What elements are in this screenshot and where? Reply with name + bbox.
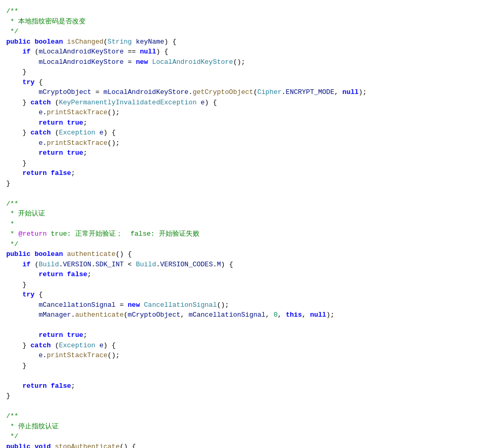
line-23: * @return true: 正常开始验证； false: 开始验证失败 [4, 229, 484, 239]
line-18: } [4, 179, 484, 189]
line-11: e.printStackTrace(); [4, 107, 484, 118]
line-9: mCryptoObject = mLocalAndroidKeyStore.ge… [4, 87, 484, 98]
line-31: mManager.authenticate(mCryptoObject, mCa… [4, 310, 484, 320]
line-22: * [4, 219, 484, 229]
line-16: } [4, 158, 484, 169]
line-27: return false; [4, 269, 484, 280]
line-25: public boolean authenticate() { [4, 249, 484, 260]
line-6: mLocalAndroidKeyStore = new LocalAndroid… [4, 57, 484, 67]
line-20: /** [4, 199, 484, 209]
line-35: e.printStackTrace(); [4, 350, 484, 361]
line-7: } [4, 67, 484, 77]
line-4: public boolean isChanged(String keyName)… [4, 37, 484, 47]
line-14: e.printStackTrace(); [4, 138, 484, 148]
line-24: */ [4, 239, 484, 250]
line-15: return true; [4, 148, 484, 158]
line-8: try { [4, 77, 484, 88]
line-21: * 开始认证 [4, 209, 484, 219]
line-5: if (mLocalAndroidKeyStore == null) { [4, 47, 484, 57]
line-32 [4, 320, 484, 331]
line-34: } catch (Exception e) { [4, 341, 484, 351]
line-1: /** [4, 6, 484, 17]
line-26: if (Build.VERSION.SDK_INT < Build.VERSIO… [4, 260, 484, 270]
line-13: } catch (Exception e) { [4, 128, 484, 138]
line-2: * 本地指纹密码是否改变 [4, 17, 484, 27]
line-44: public void stopAuthenticate() { [4, 442, 484, 449]
line-blank-3 [4, 401, 484, 412]
line-10: } catch (KeyPermanentlyInvalidatedExcept… [4, 98, 484, 108]
line-blank-2 [4, 371, 484, 381]
line-43: */ [4, 431, 484, 442]
line-3: */ [4, 26, 484, 37]
line-28: } [4, 280, 484, 290]
line-12: return true; [4, 118, 484, 128]
line-blank-1 [4, 188, 484, 199]
line-38: return false; [4, 381, 484, 391]
line-42: * 停止指纹认证 [4, 422, 484, 432]
line-30: mCancellationSignal = new CancellationSi… [4, 300, 484, 310]
code-editor: /** * 本地指纹密码是否改变 */ public boolean isCha… [0, 4, 488, 448]
line-33: return true; [4, 330, 484, 341]
line-39: } [4, 391, 484, 401]
line-41: /** [4, 411, 484, 422]
line-36: } [4, 361, 484, 371]
line-17: return false; [4, 168, 484, 179]
line-29: try { [4, 290, 484, 300]
